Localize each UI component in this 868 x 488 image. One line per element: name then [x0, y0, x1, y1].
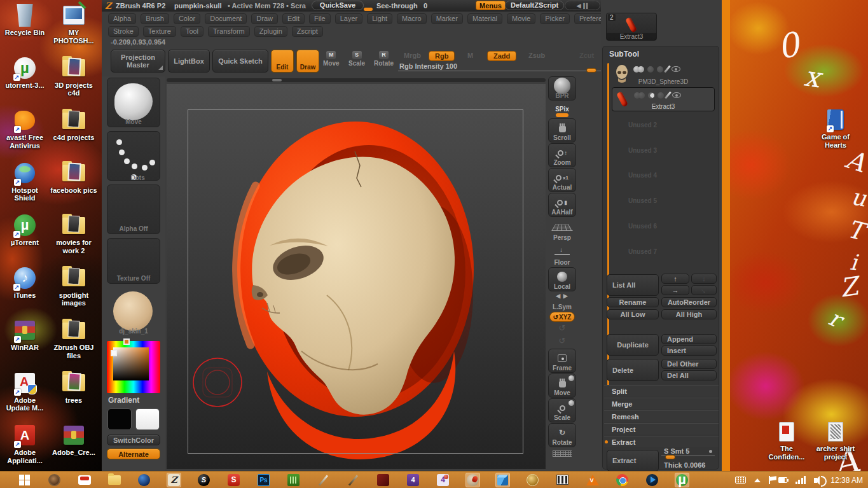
desktop-icon-utorrent-installer[interactable]: utorrent-3... [1, 55, 48, 108]
desktop-icon-game-of-hearts[interactable]: Game of Hearts [815, 107, 856, 150]
desktop-icon-movies-for-work[interactable]: movies for work 2 [48, 213, 99, 265]
m-button[interactable]: M [462, 51, 479, 61]
saturation-value-square[interactable] [113, 347, 149, 380]
quick-sketch-button[interactable]: Quick Sketch [212, 50, 268, 73]
thickness-value[interactable]: Thick 0.0066 [664, 461, 705, 469]
menu-brush[interactable]: Brush [141, 13, 169, 24]
local-transform-button[interactable]: Local [548, 267, 576, 291]
menu-picker[interactable]: Picker [540, 13, 570, 24]
menu-movie[interactable]: Movie [507, 13, 535, 24]
see-through-slider[interactable] [364, 8, 373, 11]
visibility-icon[interactable] [672, 92, 681, 98]
uv-icon[interactable] [648, 92, 654, 99]
keyboard-icon[interactable] [735, 477, 746, 484]
merge-section[interactable]: Merge [604, 398, 719, 409]
color-picker[interactable] [107, 341, 160, 393]
edit-mode-button[interactable]: Edit [271, 50, 294, 73]
rotate-y-icon[interactable] [559, 323, 566, 336]
switchcolor-button[interactable]: SwitchColor [107, 435, 160, 445]
color-marker[interactable] [111, 350, 117, 356]
rotate-3d-button[interactable]: Rotate [548, 423, 576, 447]
zoom-tool-button[interactable]: ↕ Zoom [548, 143, 576, 167]
menu-zscript[interactable]: Zscript [292, 26, 323, 37]
show-hidden-icons-button[interactable] [754, 478, 761, 482]
taskbar-green-app[interactable] [287, 473, 300, 487]
canvas-horizontal-scrollbar[interactable] [167, 78, 546, 82]
taskbar-c4d-e4[interactable] [406, 473, 420, 487]
bpr-render-button[interactable]: BPR [548, 76, 576, 101]
del-all-button[interactable]: Del All [661, 370, 717, 380]
desktop-icon-winrar[interactable]: WinRAR [1, 317, 48, 370]
desktop-icon-zbrush-obj-files[interactable]: Zbrush OBJ files [48, 317, 99, 370]
frame-button[interactable]: Frame [548, 349, 576, 373]
menu-texture[interactable]: Texture [143, 26, 176, 37]
menu-marker[interactable]: Marker [431, 13, 463, 24]
move-mode-button[interactable]: M Move [323, 51, 340, 67]
brush-icon[interactable] [664, 66, 671, 73]
scroll-left-button[interactable] [565, 1, 600, 10]
tool-palette-thumbnail[interactable]: 2 Extract3 [606, 13, 657, 41]
menu-stroke[interactable]: Stroke [108, 26, 139, 37]
menu-color[interactable]: Color [174, 13, 200, 24]
alpha-button[interactable]: Alpha Off [107, 185, 160, 234]
insert-button[interactable]: Insert [661, 345, 717, 356]
menu-transform[interactable]: Transform [208, 26, 250, 37]
desktop-icon-adobe-update[interactable]: Adobe Update M... [1, 370, 48, 423]
taskbar-s-red[interactable] [227, 473, 240, 487]
texture-button[interactable]: Texture Off [107, 238, 160, 284]
lightbox-button[interactable]: LightBox [168, 50, 210, 73]
current-brush-button[interactable]: Move [107, 78, 160, 127]
local-symmetry-button[interactable]: L.Sym [548, 292, 576, 311]
list-all-button[interactable]: List All [607, 274, 659, 296]
all-low-button[interactable]: All Low [607, 309, 659, 319]
rotate-mode-button[interactable]: R Rotate [374, 51, 394, 67]
polypaint-icon[interactable] [638, 66, 644, 73]
action-center-flag-icon[interactable] [769, 476, 770, 484]
brush-icon[interactable] [665, 92, 672, 99]
polypaint-icon[interactable] [638, 92, 645, 99]
mrgb-button[interactable]: Mrgb [398, 51, 427, 61]
volume-icon[interactable] [814, 478, 817, 483]
menu-tool[interactable]: Tool [181, 26, 203, 37]
extract-button[interactable]: Extract [607, 450, 659, 471]
see-through-label[interactable]: See-through [376, 2, 418, 10]
taskbar-s-sphere[interactable] [197, 473, 210, 487]
move-3d-button[interactable]: Move [548, 373, 576, 398]
quicksave-button[interactable]: QuickSave [312, 1, 364, 10]
uv-icon[interactable] [647, 66, 654, 73]
project-section[interactable]: Project [604, 423, 719, 435]
all-high-button[interactable]: All High [661, 309, 717, 319]
taskbar-brush-ball[interactable] [466, 473, 479, 487]
menu-zplugin[interactable]: Zplugin [254, 26, 287, 37]
battery-icon[interactable] [778, 477, 787, 483]
start-button[interactable] [18, 473, 31, 487]
duplicate-button[interactable]: Duplicate [607, 334, 659, 356]
displacement-icon[interactable] [657, 66, 663, 73]
network-signal-icon[interactable] [796, 476, 806, 484]
zsub-button[interactable]: Zsub [523, 51, 551, 61]
gradient-label[interactable]: Gradient [102, 396, 139, 405]
del-other-button[interactable]: Del Other [661, 359, 717, 369]
taskbar-chrome[interactable] [616, 473, 629, 487]
scroll-tool-button[interactable]: Scroll [548, 118, 576, 143]
taskbar-browser-round[interactable] [48, 473, 61, 487]
alternate-button[interactable]: Alternate [107, 449, 160, 459]
visibility-icon[interactable] [672, 66, 680, 72]
menu-layer[interactable]: Layer [335, 13, 363, 24]
taskbar-youtube[interactable] [78, 473, 91, 487]
desktop-icon-adobe-cre[interactable]: Adobe_Cre... [48, 422, 99, 475]
primary-color-swatch[interactable] [107, 408, 132, 430]
zadd-button[interactable]: Zadd [487, 51, 516, 61]
desktop-icon-itunes[interactable]: iTunes [1, 265, 48, 318]
projection-master-button[interactable]: Projection Master [111, 50, 165, 73]
taskbar-cinema4d[interactable] [137, 473, 151, 487]
default-zscript-button[interactable]: DefaultZScript [505, 1, 564, 10]
stroke-type-button[interactable]: Dots [107, 131, 160, 181]
desktop-icon-spotlight-images[interactable]: spotlight images [48, 265, 99, 318]
desktop-icon-archer-shirt[interactable]: archer shirt project [813, 419, 858, 461]
menus-toggle-button[interactable]: Menus [476, 1, 506, 10]
menu-alpha[interactable]: Alpha [108, 13, 136, 24]
append-button[interactable]: Append [661, 334, 717, 344]
split-section[interactable]: Split [604, 385, 719, 396]
taskbar-pen-dark[interactable] [347, 473, 360, 487]
